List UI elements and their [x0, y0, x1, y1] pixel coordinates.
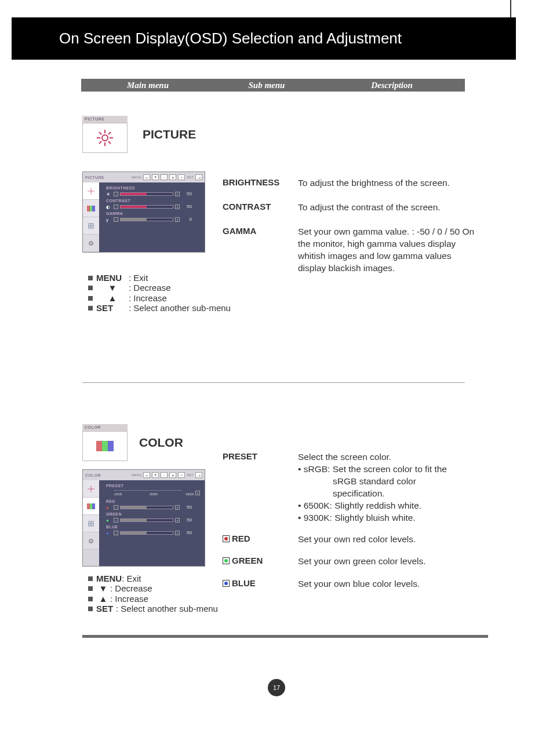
- sidebar-color-icon: [83, 200, 99, 217]
- sidebar-picture-icon: [83, 480, 99, 498]
- svg-line-6: [108, 141, 111, 144]
- column-headers: Main menu Sub menu Description: [81, 79, 465, 92]
- decrease-icon: −: [114, 204, 118, 209]
- preset-6500k: • 6500K: Slightly reddish white.: [298, 500, 482, 512]
- slider-label: GAMMA: [106, 211, 200, 216]
- slider-blue: BLUE ● − + 50: [106, 525, 200, 535]
- header-description: Description: [319, 81, 465, 90]
- slider-value: 0: [181, 217, 192, 222]
- minus-icon: −: [161, 174, 168, 180]
- contrast-icon: ◐: [106, 204, 112, 209]
- sun-icon: ☀: [106, 192, 112, 196]
- set-label: SET: [187, 176, 194, 179]
- increase-icon: +: [175, 192, 180, 196]
- sidebar-setup-icon: [83, 532, 99, 550]
- preset-tick: 9300K: [186, 492, 194, 496]
- desc-brightness: To adjust the brightness of the screen.: [298, 177, 483, 189]
- color-control-hints: MENU: Exit ▼: Decrease ▲: Increase SET: …: [88, 574, 218, 613]
- increase-icon: +: [195, 491, 200, 495]
- menu-label: MENU: [132, 176, 142, 179]
- svg-point-18: [90, 243, 92, 244]
- gamma-icon: γ: [106, 217, 112, 222]
- slider-brightness: BRIGHTNESS ☀ − + 50: [106, 186, 200, 196]
- footer-divider: [82, 635, 488, 638]
- slider-contrast: CONTRAST ◐ − + 50: [106, 199, 200, 209]
- page-number: 17: [268, 679, 285, 696]
- blue-swatch-icon: [223, 580, 230, 587]
- sidebar-color-icon: [83, 498, 99, 515]
- slider-value: 50: [181, 505, 192, 510]
- menu-label: MENU: [132, 473, 142, 477]
- osd-topbar: PICTURE MENU ↵ ▼ − ▲ + SET ⇥: [83, 172, 205, 182]
- rgb-bars-icon: [82, 431, 128, 461]
- picture-control-hints: MENU: Exit ▼: Decrease ▲: Increase SET: …: [88, 273, 231, 313]
- increase-icon: +: [175, 217, 180, 222]
- color-icon-label: COLOR: [82, 424, 128, 431]
- preset-9300k: • 9300K: Slightly bluish white.: [298, 512, 482, 524]
- slider-label: GREEN: [106, 512, 200, 516]
- hint-up: ▲: Increase: [88, 293, 231, 303]
- submenu-brightness: BRIGHTNESS: [223, 177, 279, 187]
- hint-menu: MENU: Exit: [88, 574, 218, 583]
- desc-green: Set your own green color levels.: [298, 556, 426, 568]
- preset-srgb-3: specification.: [298, 488, 482, 500]
- osd-color-screenshot: COLOR MENU ↵ ▼ − ▲ + SET ⇥ PRESET: [82, 469, 205, 567]
- osd-sidebar: [83, 480, 99, 566]
- decrease-icon: −: [114, 217, 118, 222]
- slider-value: 50: [181, 191, 192, 196]
- down-icon: ▼: [152, 472, 159, 478]
- hint-set: SET: Select another sub-menu: [88, 604, 218, 613]
- header-sub-menu: Sub menu: [214, 81, 319, 90]
- submenu-preset: PRESET: [223, 451, 257, 461]
- crop-mark: [510, 0, 511, 17]
- svg-point-0: [102, 135, 108, 141]
- plus-icon: +: [178, 472, 185, 478]
- decrease-icon: −: [114, 192, 118, 196]
- decrease-icon: −: [114, 505, 118, 510]
- decrease-icon: −: [114, 518, 118, 523]
- picture-menu-icon-box: PICTURE: [82, 116, 128, 153]
- submenu-red: RED: [232, 534, 250, 543]
- set-enter-icon: ⇥: [195, 472, 202, 478]
- slider-value: 50: [181, 517, 192, 523]
- preset-tick: 6500K: [150, 492, 158, 496]
- color-menu-icon-box: COLOR: [82, 424, 128, 461]
- osd-topbar: COLOR MENU ↵ ▼ − ▲ + SET ⇥: [83, 470, 205, 480]
- hint-down: ▼: Decrease: [88, 283, 231, 293]
- up-icon: ▲: [169, 174, 176, 180]
- increase-icon: +: [175, 505, 180, 510]
- section-divider: [82, 382, 465, 383]
- slider-green: GREEN ● − + 50: [106, 512, 200, 523]
- osd-tab-label: COLOR: [85, 473, 130, 477]
- blue-dot-icon: ●: [106, 531, 112, 535]
- red-dot-icon: ●: [106, 505, 112, 510]
- slider-gamma: GAMMA γ − + 0: [106, 211, 200, 222]
- picture-section-title: PICTURE: [143, 127, 196, 141]
- green-dot-icon: ●: [106, 518, 112, 523]
- osd-content: PRESET sRGB 6500K 9300K + RED: [99, 480, 205, 566]
- slider-label: BLUE: [106, 525, 200, 529]
- preset-tick: sRGB: [114, 492, 122, 496]
- sidebar-tracking-icon: [83, 217, 99, 235]
- hint-menu: MENU: Exit: [88, 273, 231, 283]
- svg-line-5: [99, 132, 101, 134]
- increase-icon: +: [175, 531, 180, 535]
- increase-icon: +: [175, 518, 180, 523]
- hint-set: SET: Select another sub-menu: [88, 303, 231, 313]
- svg-point-19: [90, 488, 92, 490]
- set-enter-icon: ⇥: [195, 174, 202, 180]
- slider-red: RED ● − + 50: [106, 499, 200, 510]
- menu-exit-icon: ↵: [143, 174, 150, 180]
- up-icon: ▲: [169, 472, 176, 478]
- submenu-blue: BLUE: [232, 578, 256, 588]
- submenu-green: GREEN: [232, 556, 263, 565]
- brightness-sun-icon: [82, 123, 128, 153]
- page-title-bar: On Screen Display(OSD) Selection and Adj…: [12, 17, 516, 60]
- desc-blue: Set your own blue color levels.: [298, 578, 420, 590]
- submenu-gamma: GAMMA: [223, 226, 256, 236]
- slider-label: CONTRAST: [106, 199, 200, 203]
- sidebar-tracking-icon: [83, 515, 99, 532]
- svg-point-9: [90, 190, 92, 192]
- preset-selector: PRESET sRGB 6500K 9300K +: [106, 484, 200, 496]
- sidebar-setup-icon: [83, 235, 99, 252]
